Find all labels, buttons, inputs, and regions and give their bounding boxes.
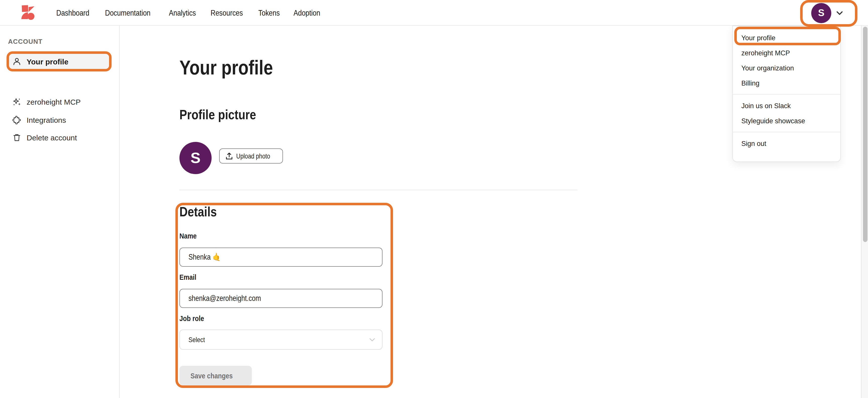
chevron-down-icon <box>369 338 375 341</box>
page: Dashboard Documentation Analytics Resour… <box>0 0 868 398</box>
section-divider <box>180 190 578 190</box>
menu-divider <box>733 132 840 132</box>
save-changes-button[interactable]: Save changes <box>180 366 252 386</box>
settings-sidebar: ACCOUNT Your profile zeroheight MCP Inte… <box>0 26 120 398</box>
profile-avatar: S <box>180 142 212 174</box>
sidebar-item-label: Your profile <box>27 57 68 66</box>
sidebar-item-delete-account[interactable]: Delete account <box>9 130 110 145</box>
sparkles-icon <box>12 97 21 106</box>
email-input[interactable]: shenka@zeroheight.com <box>180 289 382 308</box>
zeroheight-logo-icon[interactable] <box>21 5 35 21</box>
email-label: Email <box>180 273 199 281</box>
sidebar-item-your-profile[interactable]: Your profile <box>9 54 110 69</box>
sidebar-item-zeroheight-mcp[interactable]: zeroheight MCP <box>9 94 110 109</box>
scrollbar-track[interactable] <box>861 26 868 398</box>
menu-item-sign-out[interactable]: Sign out <box>733 136 840 151</box>
job-role-select[interactable]: Select <box>180 330 382 350</box>
menu-item-your-organization[interactable]: Your organization <box>733 60 840 76</box>
menu-item-styleguide-showcase[interactable]: Styleguide showcase <box>733 113 840 128</box>
top-navbar: Dashboard Documentation Analytics Resour… <box>0 0 868 26</box>
sidebar-section-label: ACCOUNT <box>8 38 42 45</box>
menu-divider <box>733 94 840 94</box>
menu-item-join-slack[interactable]: Join us on Slack <box>733 98 840 113</box>
upload-icon <box>226 152 233 160</box>
nav-adoption[interactable]: Adoption <box>293 8 325 17</box>
menu-item-zeroheight-mcp[interactable]: zeroheight MCP <box>733 45 840 60</box>
chevron-down-icon <box>836 11 843 15</box>
puzzle-icon <box>12 115 21 124</box>
avatar: S <box>811 3 831 23</box>
page-title: Your profile <box>180 56 291 79</box>
sidebar-item-integrations[interactable]: Integrations <box>9 112 110 127</box>
name-label: Name <box>180 231 200 240</box>
account-dropdown-menu: Your profile zeroheight MCP Your organiz… <box>732 26 841 162</box>
nav-analytics[interactable]: Analytics <box>169 8 201 17</box>
upload-photo-button[interactable]: Upload photo <box>219 148 283 164</box>
profile-picture-heading: Profile picture <box>180 107 271 123</box>
sidebar-item-label: Integrations <box>27 115 66 124</box>
nav-documentation[interactable]: Documentation <box>105 8 159 17</box>
nav-tokens[interactable]: Tokens <box>258 8 284 17</box>
nav-dashboard[interactable]: Dashboard <box>56 8 96 17</box>
nav-resources[interactable]: Resources <box>211 8 249 17</box>
job-role-label: Job role <box>180 314 209 322</box>
trash-icon <box>12 133 21 142</box>
menu-item-your-profile[interactable]: Your profile <box>733 30 840 45</box>
sidebar-item-label: zeroheight MCP <box>27 97 81 106</box>
menu-item-billing[interactable]: Billing <box>733 76 840 91</box>
scrollbar-thumb[interactable] <box>863 27 867 242</box>
sidebar-item-label: Delete account <box>27 133 77 142</box>
details-heading: Details <box>180 204 224 220</box>
account-menu-button[interactable]: S <box>807 2 855 24</box>
main-nav: Dashboard Documentation Analytics Resour… <box>56 0 326 26</box>
name-input[interactable]: Shenka 🤙 <box>180 248 382 267</box>
user-icon <box>12 57 21 66</box>
